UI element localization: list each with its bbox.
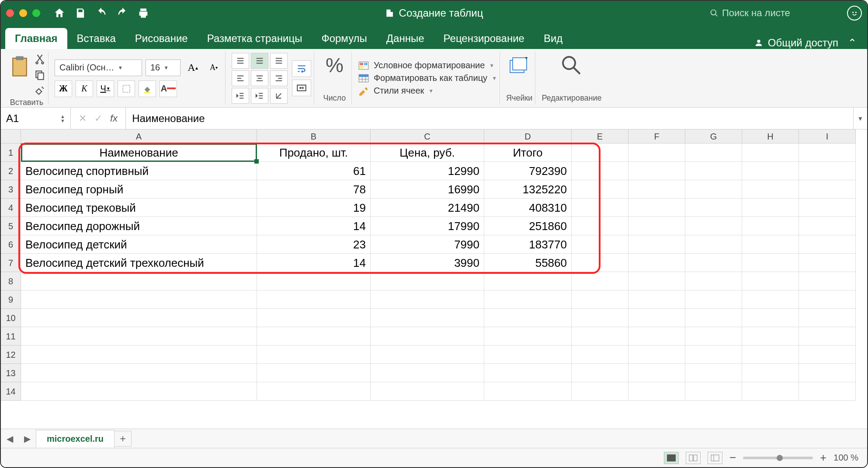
- align-center[interactable]: [251, 70, 268, 86]
- cell[interactable]: [484, 272, 572, 290]
- cell[interactable]: [572, 272, 628, 290]
- paste-button[interactable]: [8, 53, 31, 79]
- cell[interactable]: 55860: [484, 254, 572, 272]
- zoom-level[interactable]: 100 %: [833, 453, 858, 463]
- cell[interactable]: [628, 272, 685, 290]
- cell[interactable]: 183770: [484, 235, 572, 254]
- cell[interactable]: 408310: [484, 199, 572, 217]
- zoom-slider[interactable]: [743, 457, 813, 459]
- cell[interactable]: Велосипед дорожный: [21, 217, 257, 235]
- cell[interactable]: 19: [257, 199, 371, 217]
- cell[interactable]: [628, 309, 685, 327]
- cell[interactable]: [742, 217, 799, 235]
- cell[interactable]: [799, 162, 856, 180]
- row-header[interactable]: 12: [1, 346, 21, 364]
- cell[interactable]: [685, 162, 742, 180]
- cell[interactable]: [799, 199, 856, 217]
- cell[interactable]: [685, 143, 742, 162]
- tab-view[interactable]: Вид: [534, 28, 572, 49]
- tab-home[interactable]: Главная: [5, 28, 67, 49]
- cell[interactable]: [572, 346, 628, 364]
- cell[interactable]: [685, 235, 742, 254]
- cell[interactable]: Велосипед трековый: [21, 199, 257, 217]
- cell[interactable]: [628, 162, 685, 180]
- normal-view-icon[interactable]: [664, 452, 679, 464]
- share-button[interactable]: Общий доступ: [754, 37, 842, 49]
- cell[interactable]: Цена, руб.: [371, 143, 484, 162]
- cell[interactable]: [742, 272, 799, 290]
- cell[interactable]: [572, 217, 628, 235]
- tab-draw[interactable]: Рисование: [125, 28, 198, 49]
- cell[interactable]: [799, 217, 856, 235]
- cell[interactable]: [257, 364, 371, 382]
- cell[interactable]: [685, 254, 742, 272]
- row-header[interactable]: 10: [1, 309, 21, 327]
- add-sheet-button[interactable]: +: [114, 431, 132, 447]
- cell[interactable]: Продано, шт.: [257, 143, 371, 162]
- tab-page-layout[interactable]: Разметка страницы: [198, 28, 312, 49]
- cell[interactable]: [572, 235, 628, 254]
- cell[interactable]: [685, 217, 742, 235]
- font-size-combo[interactable]: 16▼: [146, 59, 181, 76]
- column-header[interactable]: D: [484, 129, 572, 143]
- cell[interactable]: [371, 346, 484, 364]
- column-header[interactable]: I: [799, 129, 856, 143]
- feedback-icon[interactable]: [847, 6, 862, 21]
- cell[interactable]: [799, 290, 856, 309]
- cell[interactable]: [799, 364, 856, 382]
- cut-icon[interactable]: [34, 53, 45, 65]
- align-top-right[interactable]: [270, 53, 288, 69]
- cell[interactable]: [628, 382, 685, 401]
- cell[interactable]: [572, 290, 628, 309]
- cell[interactable]: [799, 272, 856, 290]
- format-as-table-button[interactable]: Форматировать как таблицу▼: [358, 73, 497, 83]
- cell[interactable]: [628, 327, 685, 346]
- cell[interactable]: 12990: [371, 162, 484, 180]
- cell[interactable]: 61: [257, 162, 371, 180]
- format-painter-icon[interactable]: [34, 85, 45, 96]
- tab-insert[interactable]: Вставка: [67, 28, 125, 49]
- decrease-font-icon[interactable]: A▾: [205, 59, 222, 76]
- row-header[interactable]: 5: [1, 217, 21, 235]
- cell[interactable]: 14: [257, 254, 371, 272]
- cell[interactable]: 14: [257, 217, 371, 235]
- zoom-in-button[interactable]: +: [820, 451, 826, 465]
- cell[interactable]: [628, 143, 685, 162]
- sheet-tab[interactable]: microexcel.ru: [36, 430, 115, 447]
- cell[interactable]: [799, 327, 856, 346]
- italic-button[interactable]: К: [76, 80, 93, 97]
- bold-button[interactable]: Ж: [55, 80, 72, 97]
- cell[interactable]: [685, 180, 742, 199]
- search-input[interactable]: Поиск на листе: [710, 7, 841, 19]
- cell[interactable]: [742, 327, 799, 346]
- column-header[interactable]: C: [371, 129, 484, 143]
- column-header[interactable]: H: [742, 129, 799, 143]
- conditional-formatting-button[interactable]: Условное форматирование▼: [358, 60, 497, 70]
- cell[interactable]: [484, 290, 572, 309]
- cell[interactable]: [21, 272, 257, 290]
- cell[interactable]: 23: [257, 235, 371, 254]
- cell[interactable]: Велосипед детский трехколесный: [21, 254, 257, 272]
- cancel-formula-icon[interactable]: ✕: [79, 113, 87, 124]
- cell[interactable]: [572, 382, 628, 401]
- redo-icon[interactable]: [112, 3, 133, 24]
- cell[interactable]: Итого: [484, 143, 572, 162]
- cell[interactable]: [572, 143, 628, 162]
- cell[interactable]: [799, 235, 856, 254]
- cell[interactable]: [371, 364, 484, 382]
- row-header[interactable]: 13: [1, 364, 21, 382]
- align-top-center[interactable]: [251, 53, 268, 69]
- cell[interactable]: [21, 309, 257, 327]
- column-header[interactable]: F: [628, 129, 685, 143]
- next-sheet-icon[interactable]: ▶: [18, 433, 36, 444]
- font-color-button[interactable]: A: [160, 80, 177, 97]
- cell[interactable]: [484, 364, 572, 382]
- cell[interactable]: [257, 327, 371, 346]
- cell[interactable]: [685, 272, 742, 290]
- cell[interactable]: [21, 346, 257, 364]
- tab-data[interactable]: Данные: [377, 28, 434, 49]
- cell[interactable]: [371, 327, 484, 346]
- row-header[interactable]: 7: [1, 254, 21, 272]
- cell[interactable]: [799, 180, 856, 199]
- cell[interactable]: 17990: [371, 217, 484, 235]
